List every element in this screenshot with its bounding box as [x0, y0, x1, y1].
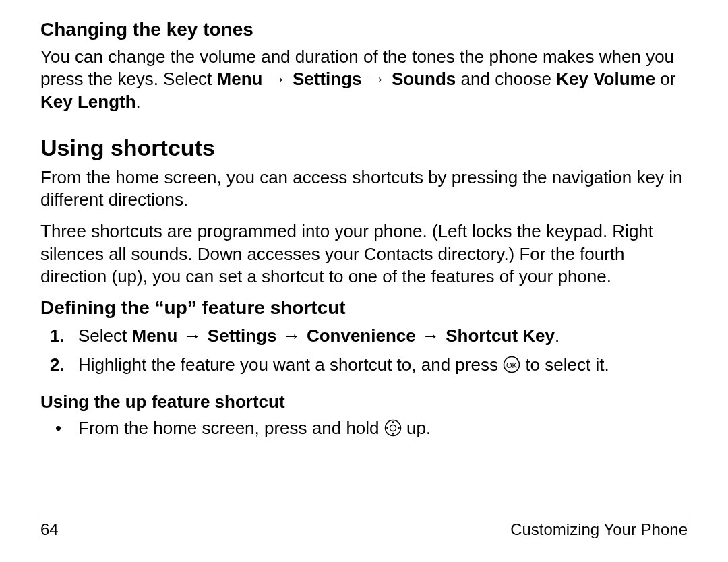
heading-defining-up: Defining the “up” feature shortcut: [40, 297, 688, 319]
text: .: [136, 92, 141, 112]
menu-path-menu: Menu: [217, 69, 263, 89]
nav-key-icon: [384, 419, 402, 443]
text: .: [555, 325, 559, 346]
heading-key-tones: Changing the key tones: [40, 19, 688, 40]
arrow-icon: →: [421, 325, 441, 346]
menu-path-settings: Settings: [208, 325, 277, 346]
para-shortcuts-1: From the home screen, you can access sho…: [40, 166, 688, 212]
menu-path-menu: Menu: [132, 325, 178, 346]
menu-path-convenience: Convenience: [307, 325, 416, 346]
manual-page: Changing the key tones You can change th…: [0, 0, 728, 562]
ok-button-icon: OK: [503, 356, 520, 379]
text: or: [655, 69, 675, 89]
heading-using-up: Using the up feature shortcut: [40, 392, 688, 412]
arrow-icon: →: [183, 325, 203, 346]
menu-path-sounds: Sounds: [392, 69, 456, 89]
bullet-item: From the home screen, press and hold up.: [78, 416, 688, 443]
page-number: 64: [40, 520, 59, 539]
svg-point-5: [392, 433, 394, 435]
para-shortcuts-2: Three shortcuts are programmed into your…: [40, 220, 688, 288]
option-key-length: Key Length: [40, 92, 136, 112]
page-footer: 64 Customizing Your Phone: [40, 516, 688, 539]
svg-point-3: [390, 425, 396, 431]
menu-path-shortcut-key: Shortcut Key: [446, 325, 555, 346]
step-2: Highlight the feature you want a shortcu…: [78, 353, 688, 379]
svg-text:OK: OK: [506, 361, 518, 369]
chapter-title: Customizing Your Phone: [510, 520, 688, 539]
menu-path-settings: Settings: [293, 69, 362, 89]
step-1: Select Menu → Settings → Convenience → S…: [78, 324, 688, 348]
steps-list: Select Menu → Settings → Convenience → S…: [40, 324, 688, 379]
arrow-icon: →: [268, 69, 288, 89]
bullet-list: From the home screen, press and hold up.: [40, 416, 688, 443]
para-key-tones: You can change the volume and duration o…: [40, 46, 688, 113]
text: to select it.: [525, 354, 609, 375]
text: Highlight the feature you want a shortcu…: [78, 354, 503, 375]
text: up.: [406, 418, 431, 438]
text: From the home screen, press and hold: [78, 418, 384, 438]
arrow-icon: →: [282, 325, 302, 346]
arrow-icon: →: [367, 69, 387, 89]
svg-point-6: [386, 427, 388, 429]
text: Select: [78, 325, 132, 346]
text: and choose: [456, 69, 556, 89]
heading-using-shortcuts: Using shortcuts: [40, 135, 688, 161]
svg-point-7: [398, 427, 400, 429]
option-key-volume: Key Volume: [556, 69, 655, 89]
svg-point-4: [392, 422, 394, 424]
